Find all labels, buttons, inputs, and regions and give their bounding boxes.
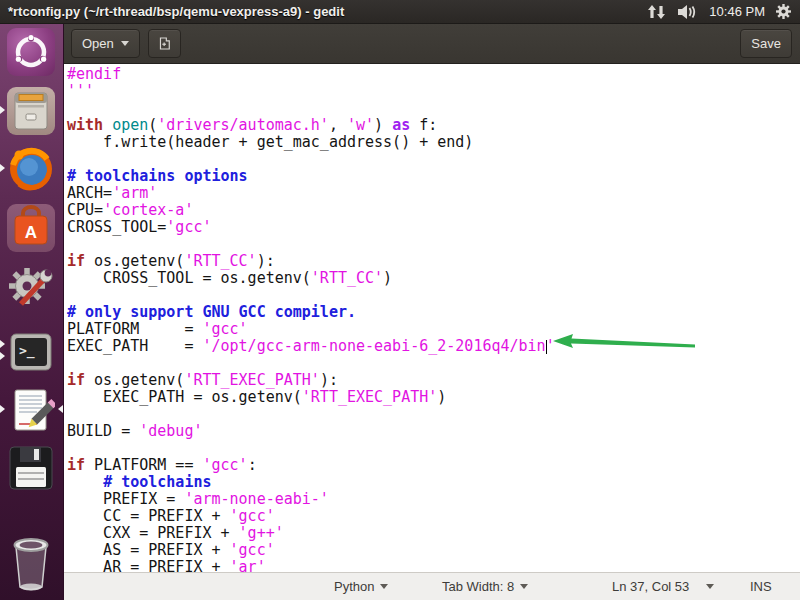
launcher-item-software-center[interactable]: A <box>7 204 55 252</box>
code-line[interactable]: CROSS_TOOL='gcc' <box>67 219 800 236</box>
open-button[interactable]: Open <box>71 29 140 58</box>
code-line[interactable]: BUILD = 'debug' <box>67 423 800 440</box>
text-editor-area[interactable]: #endif''' with open('drivers/automac.h',… <box>64 64 800 572</box>
launcher-item-floppy[interactable] <box>7 444 55 492</box>
open-button-label: Open <box>82 36 114 51</box>
gedit-window: Open Save #endif''' with open('drivers/a… <box>64 24 800 600</box>
cursor-position: Ln 37, Col 53 <box>612 573 689 600</box>
focused-indicator <box>58 405 63 413</box>
code-line[interactable]: CPU='cortex-a' <box>67 202 800 219</box>
green-arrow-annotation <box>552 332 697 354</box>
floppy-disk-icon <box>7 444 55 492</box>
code-line[interactable]: with open('drivers/automac.h', 'w') as f… <box>67 117 800 134</box>
software-center-icon: A <box>7 204 55 252</box>
code-line[interactable]: if os.getenv('RTT_CC'): <box>67 253 800 270</box>
terminal-icon: >_ <box>7 328 55 376</box>
tab-width-label: Tab Width: 8 <box>442 579 514 594</box>
desktop: *rtconfig.py (~/rt-thread/bsp/qemu-vexpr… <box>0 0 800 600</box>
code-line[interactable]: PREFIX = 'arm-none-eabi-' <box>67 491 800 508</box>
code-line[interactable]: # only support GNU GCC compiler. <box>67 304 800 321</box>
chevron-down-icon <box>706 584 714 593</box>
gedit-toolbar: Open Save <box>64 24 800 64</box>
code-line[interactable] <box>67 355 800 372</box>
code-line[interactable] <box>67 100 800 117</box>
code-line[interactable]: ARCH='arm' <box>67 185 800 202</box>
network-arrows-icon[interactable] <box>647 4 667 20</box>
text-cursor <box>546 340 547 354</box>
code-lines: #endif''' with open('drivers/automac.h',… <box>67 66 800 572</box>
chevron-down-icon <box>520 584 528 593</box>
code-line[interactable]: #endif <box>67 66 800 83</box>
launcher-item-firefox[interactable] <box>7 145 55 193</box>
launcher-item-files[interactable] <box>7 87 55 135</box>
code-line[interactable]: # toolchains options <box>67 168 800 185</box>
code-line[interactable]: AS = PREFIX + 'gcc' <box>67 542 800 559</box>
code-line[interactable]: # toolchains <box>67 474 800 491</box>
goto-line-dropdown[interactable] <box>706 573 714 600</box>
language-label: Python <box>334 579 374 594</box>
chevron-down-icon <box>121 41 129 50</box>
svg-text:>_: >_ <box>19 343 35 359</box>
trash-icon <box>7 531 55 593</box>
launcher-item-gedit[interactable] <box>7 386 55 434</box>
code-line[interactable]: AR = PREFIX + 'ar' <box>67 559 800 572</box>
code-line[interactable] <box>67 236 800 253</box>
code-line[interactable] <box>67 151 800 168</box>
code-line[interactable] <box>67 406 800 423</box>
running-indicator <box>0 352 5 360</box>
code-line[interactable]: CXX = PREFIX + 'g++' <box>67 525 800 542</box>
new-document-icon <box>159 35 170 52</box>
code-line[interactable] <box>67 440 800 457</box>
insert-mode-indicator: INS <box>750 573 772 600</box>
volume-icon[interactable] <box>677 4 699 20</box>
language-selector[interactable]: Python <box>334 573 388 600</box>
save-button[interactable]: Save <box>740 29 792 58</box>
code-line[interactable]: CC = PREFIX + 'gcc' <box>67 508 800 525</box>
code-line[interactable]: CROSS_TOOL = os.getenv('RTT_CC') <box>67 270 800 287</box>
code-line[interactable]: ''' <box>67 83 800 100</box>
launcher-item-system-settings[interactable] <box>7 262 55 310</box>
session-gear-icon[interactable] <box>775 3 792 20</box>
running-indicator <box>0 106 5 114</box>
svg-text:A: A <box>25 223 37 242</box>
launcher-item-trash[interactable] <box>7 531 55 593</box>
running-indicator <box>0 340 5 348</box>
unity-launcher: A >_ <box>0 24 64 600</box>
cursor-position-label: Ln 37, Col 53 <box>612 579 689 594</box>
status-bar: Python Tab Width: 8 Ln 37, Col 53 INS <box>64 572 800 600</box>
code-line[interactable]: EXEC_PATH = os.getenv('RTT_EXEC_PATH') <box>67 389 800 406</box>
code-line[interactable] <box>67 287 800 304</box>
code-line[interactable]: f.write(header + get_mac_address() + end… <box>67 134 800 151</box>
text-editor-icon <box>7 386 55 434</box>
save-button-label: Save <box>751 36 781 51</box>
code-line[interactable]: if PLATFORM == 'gcc': <box>67 457 800 474</box>
insert-mode-label: INS <box>750 579 772 594</box>
window-title: *rtconfig.py (~/rt-thread/bsp/qemu-vexpr… <box>8 4 344 19</box>
new-document-button[interactable] <box>148 29 181 58</box>
tab-width-selector[interactable]: Tab Width: 8 <box>442 573 528 600</box>
code-line[interactable]: if os.getenv('RTT_EXEC_PATH'): <box>67 372 800 389</box>
launcher-item-dash[interactable] <box>7 28 55 76</box>
chevron-down-icon <box>380 584 388 593</box>
clock[interactable]: 10:46 PM <box>709 4 765 19</box>
system-settings-icon <box>7 262 55 310</box>
top-panel: *rtconfig.py (~/rt-thread/bsp/qemu-vexpr… <box>0 0 800 24</box>
running-indicator <box>0 405 5 413</box>
running-indicator <box>0 164 5 172</box>
launcher-item-terminal[interactable]: >_ <box>7 328 55 376</box>
